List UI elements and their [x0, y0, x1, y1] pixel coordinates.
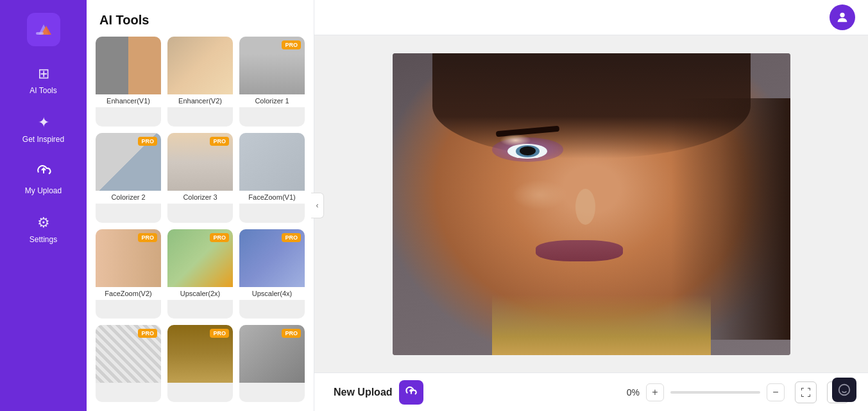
- sidebar-item-settings[interactable]: ⚙ Settings: [0, 208, 87, 250]
- tool-card-enhancer-v1[interactable]: Enhancer(V1): [96, 37, 161, 127]
- sidebar-item-ai-tools[interactable]: ⊞ AI Tools: [0, 59, 87, 101]
- tool-card-tool-r4b[interactable]: PRO: [167, 325, 233, 402]
- tool-name-facezoom-v2: FaceZoom(V2): [96, 287, 161, 300]
- tool-card-facezoom-v2[interactable]: PROFaceZoom(V2): [96, 229, 161, 319]
- tool-card-colorizer-3[interactable]: PROColorizer 3: [167, 133, 233, 223]
- collapse-panel-button[interactable]: ‹: [311, 193, 324, 218]
- bottom-toolbar: New Upload 0% + −: [314, 372, 868, 411]
- user-avatar-button[interactable]: [830, 4, 855, 30]
- tool-name-upscaler-2x: Upscaler(2x): [167, 287, 233, 300]
- sidebar-item-get-inspired[interactable]: ✦ Get Inspired: [0, 108, 87, 150]
- tool-name-colorizer-3: Colorizer 3: [167, 191, 233, 204]
- zoom-out-button[interactable]: −: [767, 383, 785, 401]
- settings-icon: ⚙: [37, 214, 50, 231]
- main-area: New Upload 0% + −: [314, 0, 868, 411]
- image-viewer: [314, 35, 868, 372]
- grid-icon: ⊞: [38, 66, 49, 82]
- tool-name-colorizer-2: Colorizer 2: [96, 191, 161, 204]
- app-logo[interactable]: [27, 13, 60, 46]
- tool-name-colorizer-1: Colorizer 1: [239, 94, 305, 107]
- tool-card-tool-r4a[interactable]: PRO: [96, 325, 161, 402]
- tool-card-facezoom-v1[interactable]: FaceZoom(V1): [239, 133, 305, 223]
- tool-card-colorizer-1[interactable]: PROColorizer 1: [239, 37, 305, 127]
- main-image-display: [393, 53, 790, 355]
- tool-name-enhancer-v2: Enhancer(V2): [167, 94, 233, 107]
- zoom-controls: 0% + −: [617, 383, 785, 401]
- tool-name-facezoom-v1: FaceZoom(V1): [239, 191, 305, 204]
- upload-cloud-icon: [36, 163, 51, 182]
- sidebar-label-get-inspired: Get Inspired: [22, 135, 64, 144]
- tool-card-enhancer-v2[interactable]: Enhancer(V2): [167, 37, 233, 127]
- upload-cloud-button-icon: [399, 380, 423, 405]
- tool-card-upscaler-2x[interactable]: PROUpscaler(2x): [167, 229, 233, 319]
- sidebar-label-settings: Settings: [30, 235, 57, 244]
- sidebar-label-ai-tools: AI Tools: [30, 86, 56, 95]
- svg-point-2: [839, 385, 850, 396]
- tools-panel-title: AI Tools: [87, 0, 314, 37]
- tool-name-enhancer-v1: Enhancer(V1): [96, 94, 161, 107]
- sidebar: ⊞ AI Tools ✦ Get Inspired My Upload ⚙ Se…: [0, 0, 87, 411]
- sidebar-item-my-upload[interactable]: My Upload: [0, 157, 87, 202]
- svg-point-1: [840, 13, 844, 17]
- tools-grid: Enhancer(V1)Enhancer(V2)PROColorizer 1PR…: [87, 37, 314, 411]
- svg-rect-0: [36, 32, 44, 35]
- fullscreen-button[interactable]: [795, 381, 817, 403]
- new-upload-label: New Upload: [334, 387, 393, 398]
- tools-panel: AI Tools Enhancer(V1)Enhancer(V2)PROColo…: [87, 0, 314, 411]
- tool-card-upscaler-4x[interactable]: PROUpscaler(4x): [239, 229, 305, 319]
- sidebar-label-my-upload: My Upload: [25, 186, 62, 195]
- sparkle-icon: ✦: [38, 114, 49, 131]
- top-bar: [314, 0, 868, 35]
- zoom-slider-track: [670, 391, 760, 394]
- new-upload-button[interactable]: New Upload: [334, 380, 423, 405]
- tool-card-colorizer-2[interactable]: PROColorizer 2: [96, 133, 161, 223]
- tool-card-tool-r4c[interactable]: PRO: [239, 325, 305, 402]
- zoom-in-button[interactable]: +: [646, 383, 664, 401]
- zoom-percent-display: 0%: [617, 387, 640, 398]
- tool-name-upscaler-4x: Upscaler(4x): [239, 287, 305, 300]
- watermark-button[interactable]: [832, 378, 856, 402]
